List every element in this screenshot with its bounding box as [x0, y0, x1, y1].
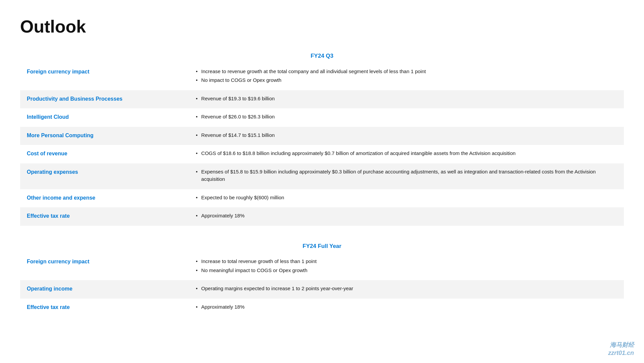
table-row: Operating expensesExpenses of $15.8 to $… — [20, 163, 624, 189]
row-value: Revenue of $14.7 to $15.1 billion — [189, 127, 624, 145]
row-value: Approximately 18% — [189, 207, 624, 226]
fy24q3-table: Foreign currency impactIncrease to reven… — [20, 63, 624, 226]
bullet-item: Approximately 18% — [196, 212, 617, 220]
row-label: More Personal Computing — [20, 127, 189, 145]
row-label: Productivity and Business Processes — [20, 90, 189, 109]
row-value: Expenses of $15.8 to $15.9 billion inclu… — [189, 163, 624, 189]
fy24q3-header: FY24 Q3 — [20, 52, 624, 60]
row-value: Approximately 18% — [189, 299, 624, 317]
row-label: Cost of revenue — [20, 145, 189, 163]
bullet-item: No meaningful impact to COGS or Opex gro… — [196, 267, 617, 274]
table-row: Foreign currency impactIncrease to reven… — [20, 63, 624, 90]
bullet-item: Expenses of $15.8 to $15.9 billion inclu… — [196, 168, 617, 183]
table-row: Effective tax rateApproximately 18% — [20, 299, 624, 317]
bullet-item: Expected to be roughly $(600) million — [196, 194, 617, 202]
table-row: Effective tax rateApproximately 18% — [20, 207, 624, 226]
row-value: COGS of $18.6 to $18.8 billion including… — [189, 145, 624, 163]
bullet-item: Revenue of $14.7 to $15.1 billion — [196, 132, 617, 139]
row-value: Revenue of $19.3 to $19.6 billion — [189, 90, 624, 109]
row-label: Foreign currency impact — [20, 253, 189, 280]
fy24fullyear-section: FY24 Full Year Foreign currency impactIn… — [20, 242, 624, 317]
fy24q3-section: FY24 Q3 Foreign currency impactIncrease … — [20, 52, 624, 226]
row-value: Revenue of $26.0 to $26.3 billion — [189, 108, 624, 127]
bullet-item: Revenue of $19.3 to $19.6 billion — [196, 95, 617, 103]
watermark-line1: 海马财经 — [608, 341, 634, 346]
table-row: Cost of revenueCOGS of $18.6 to $18.8 bi… — [20, 145, 624, 163]
fy24fullyear-table: Foreign currency impactIncrease to total… — [20, 253, 624, 317]
row-value: Increase to total revenue growth of less… — [189, 253, 624, 280]
row-value: Expected to be roughly $(600) million — [189, 189, 624, 208]
row-label: Other income and expense — [20, 189, 189, 208]
table-row: Intelligent CloudRevenue of $26.0 to $26… — [20, 108, 624, 127]
table-row: Productivity and Business ProcessesReven… — [20, 90, 624, 109]
bullet-item: Increase to total revenue growth of less… — [196, 258, 617, 265]
row-value: Operating margins expected to increase 1… — [189, 280, 624, 299]
fy24fullyear-header: FY24 Full Year — [20, 242, 624, 251]
bullet-item: Approximately 18% — [196, 303, 617, 311]
table-row: Operating incomeOperating margins expect… — [20, 280, 624, 299]
bullet-item: Revenue of $26.0 to $26.3 billion — [196, 113, 617, 121]
row-label: Operating expenses — [20, 163, 189, 189]
table-row: More Personal ComputingRevenue of $14.7 … — [20, 127, 624, 145]
row-label: Foreign currency impact — [20, 63, 189, 90]
row-label: Effective tax rate — [20, 299, 189, 317]
row-value: Increase to revenue growth at the total … — [189, 63, 624, 90]
row-label: Effective tax rate — [20, 207, 189, 226]
bullet-item: No impact to COGS or Opex growth — [196, 76, 617, 84]
table-row: Other income and expenseExpected to be r… — [20, 189, 624, 208]
page-title: Outlook — [20, 13, 624, 40]
bullet-item: Operating margins expected to increase 1… — [196, 285, 617, 293]
table-row: Foreign currency impactIncrease to total… — [20, 253, 624, 280]
row-label: Operating income — [20, 280, 189, 299]
row-label: Intelligent Cloud — [20, 108, 189, 127]
bullet-item: Increase to revenue growth at the total … — [196, 68, 617, 75]
bullet-item: COGS of $18.6 to $18.8 billion including… — [196, 150, 617, 157]
watermark: 海马财经 zzrt01.cn — [608, 341, 634, 346]
